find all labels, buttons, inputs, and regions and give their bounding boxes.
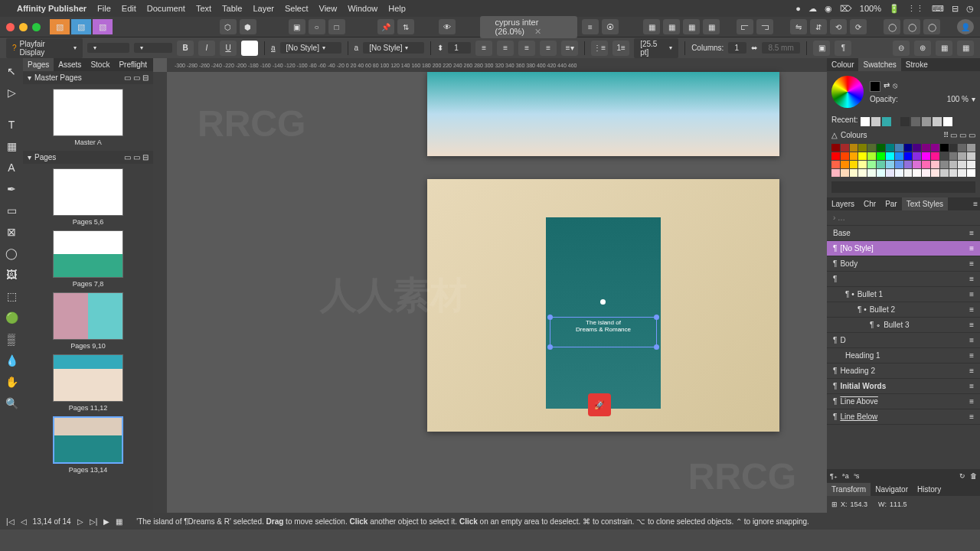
bluetooth-icon[interactable]: ⌦ xyxy=(840,4,852,14)
pen-tool[interactable]: ✒ xyxy=(3,181,20,197)
zoom-in-icon[interactable]: ⊕ xyxy=(914,41,931,56)
clock-icon[interactable]: ◷ xyxy=(966,4,974,14)
recent-swatch[interactable] xyxy=(943,117,952,126)
font-weight-select[interactable]: ▾ xyxy=(134,43,172,53)
tab-par[interactable]: Par xyxy=(880,197,902,210)
master-thumb[interactable]: Master A xyxy=(53,89,123,146)
page-thumb[interactable]: Pages 9,10 xyxy=(53,292,123,350)
minimize-button[interactable] xyxy=(19,23,28,31)
publisher-persona[interactable]: ▧ xyxy=(50,19,70,34)
tab-navigator[interactable]: Navigator xyxy=(871,483,913,496)
page-menu-icon[interactable]: ▦ xyxy=(116,517,122,526)
panel-menu-icon[interactable]: ≡ xyxy=(971,197,980,210)
swap-icon[interactable]: ⇄ xyxy=(884,81,890,92)
intersect-icon[interactable]: ◯ xyxy=(923,19,940,34)
transform-x[interactable]: 154.3 xyxy=(851,500,868,508)
cc-icon[interactable]: ◉ xyxy=(825,4,832,14)
style-item[interactable]: ¶≡ xyxy=(827,272,980,287)
designer-persona[interactable]: ▧ xyxy=(71,19,91,34)
palette-icon[interactable]: △ xyxy=(831,131,838,139)
page-thumb[interactable]: Pages 11,12 xyxy=(53,354,123,412)
maximize-button[interactable] xyxy=(32,23,41,31)
new-para-style-icon[interactable]: ¶₊ xyxy=(830,472,838,480)
vertical-ruler[interactable] xyxy=(153,72,167,513)
photo-persona[interactable]: ▧ xyxy=(93,19,113,34)
arrange-back-icon[interactable]: ▦ xyxy=(643,19,660,34)
style-item[interactable]: ¶Line Below≡ xyxy=(827,409,980,425)
style-item[interactable]: ¶ •Bullet 1≡ xyxy=(827,287,980,302)
color-picker-tool[interactable]: 💧 xyxy=(3,352,20,369)
prev-page-icon[interactable]: ◁ xyxy=(21,517,27,526)
account-icon[interactable]: 👤 xyxy=(957,19,974,34)
zoom-out-icon[interactable]: ⊖ xyxy=(893,41,910,56)
list-number-icon[interactable]: 1≡ xyxy=(612,41,629,56)
page-thumb-selected[interactable]: Pages 13,14 xyxy=(53,416,123,474)
baseline-icon[interactable]: ≡ xyxy=(582,19,599,34)
para-style-select[interactable]: [No Style]▾ xyxy=(280,42,341,54)
opacity-value[interactable]: 100 % xyxy=(947,95,969,103)
play-icon[interactable]: ▶ xyxy=(103,517,109,526)
tab-preflight[interactable]: Preflight xyxy=(114,58,152,71)
snap-icon[interactable]: ⦿ xyxy=(602,19,619,34)
leading-input[interactable]: 1 xyxy=(448,42,471,54)
transform-w[interactable]: 111.5 xyxy=(890,500,907,508)
char-style-select[interactable]: [No Style]▾ xyxy=(363,42,424,54)
arrange-front-icon[interactable]: ▦ xyxy=(703,19,720,34)
new-group-style-icon[interactable]: ˢs xyxy=(854,472,860,480)
fill-color[interactable] xyxy=(241,41,258,56)
list-bullet-icon[interactable]: ⋮≡ xyxy=(591,41,608,56)
align-center-icon[interactable]: ⫎ xyxy=(756,19,773,34)
close-button[interactable] xyxy=(6,23,15,31)
underline-button[interactable]: U xyxy=(220,41,237,56)
update-style-icon[interactable]: ↻ xyxy=(959,472,965,480)
swatch-search[interactable] xyxy=(831,181,975,193)
fill-tool[interactable]: 🟢 xyxy=(3,309,20,326)
ellipse-tool[interactable]: ◯ xyxy=(3,245,20,262)
picture-frame-tool[interactable]: ⊠ xyxy=(3,223,20,240)
selected-text-frame[interactable]: The island of Dreams & Romance xyxy=(550,317,657,347)
style-item[interactable]: ¶Initial Words≡ xyxy=(827,379,980,394)
add-icon[interactable]: ◯ xyxy=(884,19,900,34)
canvas-area[interactable]: -300 -280 -260 -240 -220 -200 -180 -160 … xyxy=(153,58,827,513)
style-item[interactable]: ¶Heading 2≡ xyxy=(827,364,980,379)
battery-icon[interactable]: 🔋 xyxy=(889,4,900,14)
style-item-selected[interactable]: ¶[No Style]≡ xyxy=(827,241,980,256)
recent-swatch[interactable] xyxy=(861,117,870,126)
palette-options-icon[interactable]: ⠿ ▭ ▭ ▭ xyxy=(943,131,975,139)
subtract-icon[interactable]: ◯ xyxy=(903,19,920,34)
snapshot-icon[interactable]: ⬢ xyxy=(240,19,256,34)
color-wheel[interactable] xyxy=(831,76,864,108)
italic-button[interactable]: I xyxy=(198,41,215,56)
arrange-backward-icon[interactable]: ▦ xyxy=(663,19,680,34)
tab-history[interactable]: History xyxy=(913,483,946,496)
tab-pages[interactable]: Pages xyxy=(23,58,54,71)
menu-table[interactable]: Table xyxy=(222,4,242,13)
menu-edit[interactable]: Edit xyxy=(122,4,136,13)
menu-view[interactable]: View xyxy=(319,4,338,13)
circle-icon[interactable]: ○ xyxy=(309,19,325,34)
rectangle-tool[interactable]: ▭ xyxy=(3,202,20,219)
place-image-tool[interactable]: 🖼 xyxy=(3,266,20,283)
align-right-text-icon[interactable]: ≡ xyxy=(518,41,535,56)
color-grid[interactable] xyxy=(831,144,975,177)
recent-swatch[interactable] xyxy=(933,117,942,126)
tab-swatches[interactable]: Swatches xyxy=(858,58,900,71)
typography-icon[interactable]: ¶ xyxy=(835,41,851,56)
recent-swatch[interactable] xyxy=(882,117,891,126)
page-thumb[interactable]: Pages 5,6 xyxy=(53,168,123,226)
style-item[interactable]: ¶ •Bullet 2≡ xyxy=(827,302,980,318)
preview-icon[interactable]: 👁 xyxy=(439,19,456,34)
menu-layer[interactable]: Layer xyxy=(253,4,274,13)
tab-stock[interactable]: Stock xyxy=(86,58,114,71)
rotate-cw-icon[interactable]: ⟳ xyxy=(850,19,867,34)
rotate-ccw-icon[interactable]: ⟲ xyxy=(830,19,847,34)
columns-input[interactable]: 1 xyxy=(728,42,746,54)
align-left-icon[interactable]: ⫍ xyxy=(737,19,753,34)
last-page-icon[interactable]: ▷| xyxy=(90,517,98,526)
control-center-icon[interactable]: ⊟ xyxy=(952,4,959,14)
recent-swatch[interactable] xyxy=(900,117,910,126)
flip-v-icon[interactable]: ⇵ xyxy=(810,19,827,34)
recent-swatch[interactable] xyxy=(922,117,931,126)
menu-help[interactable]: Help xyxy=(388,4,406,13)
new-char-style-icon[interactable]: ᵃa xyxy=(842,472,849,480)
